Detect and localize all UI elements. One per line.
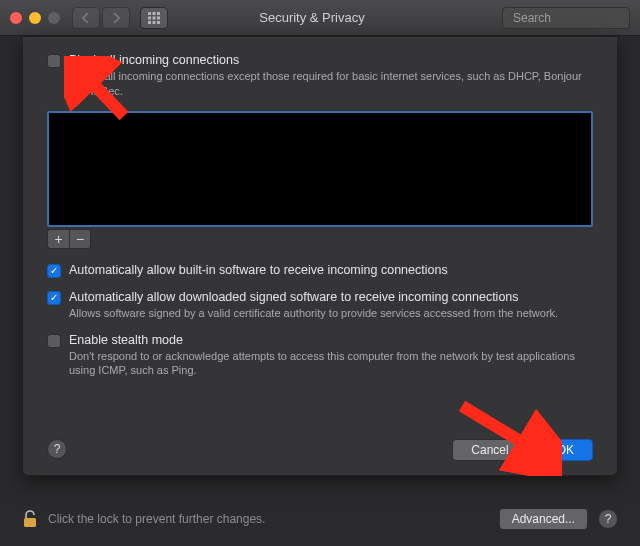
ok-button[interactable]: OK (538, 439, 593, 461)
stealth-row: Enable stealth mode Don't respond to or … (47, 333, 593, 379)
nav-buttons (72, 7, 130, 29)
auto-builtin-checkbox[interactable] (47, 264, 61, 278)
auto-builtin-label: Automatically allow built-in software to… (69, 263, 448, 277)
question-icon: ? (605, 512, 612, 526)
window-help-button[interactable]: ? (598, 509, 618, 529)
stealth-description: Don't respond to or acknowledge attempts… (69, 349, 593, 379)
advanced-label: Advanced... (512, 512, 575, 526)
ok-label: OK (557, 443, 574, 457)
window-footer: Click the lock to prevent further change… (0, 494, 640, 546)
minus-icon: − (76, 231, 84, 247)
cancel-label: Cancel (471, 443, 508, 457)
stealth-checkbox[interactable] (47, 334, 61, 348)
sheet-help-button[interactable]: ? (47, 439, 67, 459)
minimize-window-icon[interactable] (29, 12, 41, 24)
firewall-options-sheet: Block all incoming connections Blocks al… (22, 36, 618, 476)
window-titlebar: Security & Privacy (0, 0, 640, 36)
unlocked-lock-icon (23, 510, 37, 528)
forward-button[interactable] (102, 7, 130, 29)
search-input[interactable] (513, 11, 640, 25)
block-all-label: Block all incoming connections (69, 53, 593, 67)
back-button[interactable] (72, 7, 100, 29)
auto-signed-row: Automatically allow downloaded signed so… (47, 290, 593, 321)
svg-rect-11 (24, 518, 36, 527)
close-window-icon[interactable] (10, 12, 22, 24)
search-field[interactable] (502, 7, 630, 29)
block-all-checkbox[interactable] (47, 54, 61, 68)
question-icon: ? (54, 442, 61, 456)
block-all-description: Blocks all incoming connections except t… (69, 69, 593, 99)
lock-text: Click the lock to prevent further change… (48, 512, 499, 526)
window-title: Security & Privacy (122, 10, 502, 25)
window-controls (10, 12, 60, 24)
apps-listbox[interactable] (47, 111, 593, 227)
advanced-button[interactable]: Advanced... (499, 508, 588, 530)
list-edit-buttons: + − (47, 229, 593, 249)
auto-builtin-row: Automatically allow built-in software to… (47, 263, 593, 278)
auto-signed-description: Allows software signed by a valid certif… (69, 306, 558, 321)
auto-signed-checkbox[interactable] (47, 291, 61, 305)
add-app-button[interactable]: + (47, 229, 69, 249)
remove-app-button[interactable]: − (69, 229, 91, 249)
zoom-window-icon[interactable] (48, 12, 60, 24)
sheet-footer: Cancel OK (452, 439, 593, 461)
stealth-label: Enable stealth mode (69, 333, 593, 347)
block-all-row: Block all incoming connections Blocks al… (47, 53, 593, 99)
auto-signed-label: Automatically allow downloaded signed so… (69, 290, 558, 304)
cancel-button[interactable]: Cancel (452, 439, 527, 461)
plus-icon: + (54, 231, 62, 247)
lock-button[interactable] (22, 509, 38, 529)
